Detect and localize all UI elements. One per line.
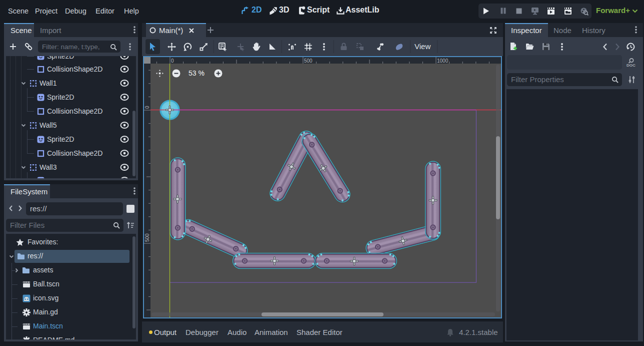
svg-text:500: 500 xyxy=(144,233,150,242)
svg-text:0: 0 xyxy=(171,58,174,64)
svg-text:DOC: DOC xyxy=(626,63,636,68)
svg-text:0: 0 xyxy=(144,106,150,109)
svg-text:500: 500 xyxy=(304,58,312,64)
svg-text:1000: 1000 xyxy=(437,58,448,64)
